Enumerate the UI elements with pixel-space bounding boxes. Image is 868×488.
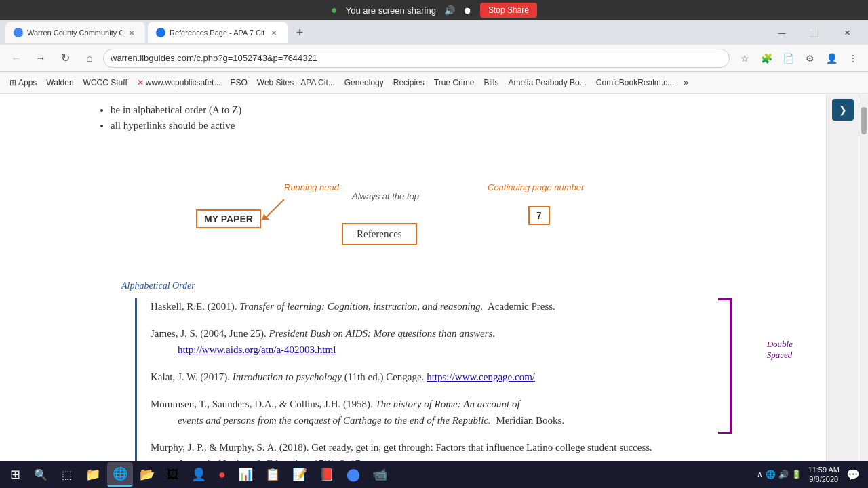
tab-favicon-2 xyxy=(156,28,165,37)
always-at-top-label: Always at the top xyxy=(352,191,419,201)
taskbar-word[interactable]: 📝 xyxy=(287,462,313,487)
bookmark-more[interactable]: » xyxy=(679,77,692,89)
taskbar-datetime[interactable]: 11:59 AM 9/8/2020 xyxy=(808,465,840,485)
bookmark-label-amelia: Amelia Peabody Bo... xyxy=(508,78,586,87)
mommsen-continued: events and persons from the conquest of … xyxy=(151,412,705,428)
taskbar-tray: ∧ 🌐 🔊 🔋 xyxy=(751,470,807,479)
tab-close-1[interactable]: ✕ xyxy=(126,27,137,38)
navigation-toolbar: ← → ↻ ⌂ warren.libguides.com/c.php?g=105… xyxy=(0,45,868,72)
window-controls: — ⬜ ✕ xyxy=(766,22,863,43)
taskbar-chrome[interactable]: 🌐 xyxy=(107,462,133,487)
taskbar-excel[interactable]: 📊 xyxy=(233,462,258,487)
bookmark-bills[interactable]: Bills xyxy=(479,77,502,89)
tab-wccc[interactable]: Warren County Community Colle... ✕ xyxy=(5,22,145,43)
bookmark-truecrime[interactable]: True Crime xyxy=(430,77,479,89)
taskbar-people[interactable]: 👤 xyxy=(186,462,212,487)
ref-entry-haskell: Haskell, R.E. (2001). Transfer of learni… xyxy=(151,298,705,314)
taskbar-ppt[interactable]: 📕 xyxy=(314,462,340,487)
bookmark-amelia[interactable]: Amelia Peabody Bo... xyxy=(504,77,590,89)
clock-time: 11:59 AM xyxy=(808,466,840,474)
reload-button[interactable]: ↻ xyxy=(54,47,76,69)
diagram-inner: MY PAPER Running head xyxy=(176,145,650,267)
aside-button[interactable]: ❯ xyxy=(832,99,854,121)
bookmark-eso[interactable]: ESO xyxy=(226,77,251,89)
clock-date: 9/8/2020 xyxy=(809,475,838,483)
close-button[interactable]: ✕ xyxy=(831,22,863,43)
pdf-icon[interactable]: 📄 xyxy=(778,49,797,68)
kalat-link[interactable]: https://www.cengage.com/ xyxy=(427,371,535,382)
new-tab-button[interactable]: + xyxy=(290,23,309,42)
bookmark-apps[interactable]: ⊞ Apps xyxy=(5,77,41,89)
screen-share-text: You are screen sharing xyxy=(346,5,436,16)
bookmark-label-bills: Bills xyxy=(484,78,498,87)
tab-title-2: References Page - APA 7 Citation... xyxy=(170,28,264,37)
james-link-line: http://www.aids.org/atn/a-402003.html xyxy=(151,342,705,358)
profile-icon[interactable]: 👤 xyxy=(822,49,841,68)
bookmark-wcpublic[interactable]: ✕ www.wcpublicsafet... xyxy=(133,77,225,89)
search-button[interactable]: 🔍 xyxy=(28,462,53,487)
forward-button[interactable]: → xyxy=(30,47,52,69)
bookmarks-bar: ⊞ Apps Walden WCCC Stuff ✕ www.wcpublics… xyxy=(0,72,868,94)
double-brace xyxy=(718,298,732,434)
screen-share-bar: ● You are screen sharing 🔊 ⏺ Stop Share xyxy=(0,0,868,20)
bookmark-wccc[interactable]: WCCC Stuff xyxy=(79,77,132,89)
taskbar-explorer[interactable]: 📁 xyxy=(80,462,106,487)
taskbar-app-red[interactable]: ● xyxy=(213,462,231,487)
screen-share-icon: ● xyxy=(331,4,338,16)
bookmark-walden[interactable]: Walden xyxy=(42,77,77,89)
ref-entry-list: Haskell, R.E. (2001). Transfer of learni… xyxy=(135,298,705,461)
extensions-icon[interactable]: ⚙ xyxy=(800,49,819,68)
bookmark-websites[interactable]: Web Sites - APA Cit... xyxy=(253,77,339,89)
running-head-label: Running head xyxy=(284,182,339,192)
address-text: warren.libguides.com/c.php?g=1052743&p=7… xyxy=(111,53,317,63)
ref-entry-kalat: Kalat, J. W. (2017). Introduction to psy… xyxy=(151,369,705,385)
taskbar-chrome2[interactable]: ⬤ xyxy=(341,462,366,487)
stop-share-button[interactable]: Stop Share xyxy=(480,3,537,18)
bullet-list: be in alphabetical order (A to Z) all hy… xyxy=(111,104,732,131)
side-panel: ❯ xyxy=(826,94,859,461)
tray-battery-icon: 🔋 xyxy=(791,470,802,479)
bookmark-label-wccc: WCCC Stuff xyxy=(83,78,127,87)
start-button[interactable]: ⊞ xyxy=(3,462,27,487)
tab-references[interactable]: References Page - APA 7 Citation... ✕ xyxy=(148,22,288,43)
bookmark-label-walden: Walden xyxy=(46,78,73,87)
bookmark-geneology[interactable]: Geneology xyxy=(340,77,388,89)
page-scrollbar[interactable] xyxy=(859,94,868,461)
taskbar-app-clipboard[interactable]: 📋 xyxy=(260,462,285,487)
page-number: 7 xyxy=(536,210,542,221)
tray-expand-icon[interactable]: ∧ xyxy=(757,470,763,479)
title-bar: Warren County Community Colle... ✕ Refer… xyxy=(0,20,868,45)
minimize-button[interactable]: — xyxy=(766,22,797,43)
page-scroll[interactable]: be in alphabetical order (A to Z) all hy… xyxy=(0,94,826,461)
address-bar[interactable]: warren.libguides.com/c.php?g=1052743&p=7… xyxy=(103,49,730,68)
bookmark-label-recipies: Recipies xyxy=(393,78,425,87)
extension-icon[interactable]: 🧩 xyxy=(757,49,776,68)
ref-entry-mommsen: Mommsen, T., Saunders, D.A., & Collins, … xyxy=(151,396,705,428)
wcpublic-icon: ✕ xyxy=(137,78,144,87)
taskbar-files[interactable]: 📂 xyxy=(134,462,160,487)
james-link[interactable]: http://www.aids.org/atn/a-402003.html xyxy=(178,344,336,355)
taskbar: ⊞ 🔍 ⬚ 📁 🌐 📂 🖼 👤 ● 📊 📋 📝 📕 ⬤ 📹 ∧ 🌐 🔊 🔋 11… xyxy=(0,461,868,488)
home-button[interactable]: ⌂ xyxy=(79,47,100,69)
task-view-button[interactable]: ⬚ xyxy=(54,462,79,487)
page-content-area: be in alphabetical order (A to Z) all hy… xyxy=(0,94,868,461)
ref-entries-wrapper: DoubleSpaced Haskell, R.E. (2001). Trans… xyxy=(121,298,705,461)
tab-close-2[interactable]: ✕ xyxy=(269,27,279,38)
bookmark-comicbook[interactable]: ComicBookRealm.c... xyxy=(592,77,678,89)
bookmark-star-icon[interactable]: ☆ xyxy=(735,49,754,68)
bookmark-label-geneology: Geneology xyxy=(344,78,384,87)
menu-icon[interactable]: ⋮ xyxy=(844,49,863,68)
scrollbar-thumb[interactable] xyxy=(861,107,867,134)
bookmark-label-truecrime: True Crime xyxy=(434,78,475,87)
page-inner: be in alphabetical order (A to Z) all hy… xyxy=(40,94,786,461)
maximize-button[interactable]: ⬜ xyxy=(799,22,830,43)
bookmark-label-comicbook: ComicBookRealm.c... xyxy=(596,78,674,87)
tray-volume-icon[interactable]: 🔊 xyxy=(778,470,789,479)
bookmark-recipies[interactable]: Recipies xyxy=(389,77,429,89)
taskbar-photos[interactable]: 🖼 xyxy=(161,462,184,487)
bookmark-label-websites: Web Sites - APA Cit... xyxy=(257,78,335,87)
notifications-button[interactable]: 💬 xyxy=(841,462,865,487)
back-button[interactable]: ← xyxy=(5,47,27,69)
taskbar-teams[interactable]: 📹 xyxy=(367,462,393,487)
tab-favicon-1 xyxy=(14,28,23,37)
